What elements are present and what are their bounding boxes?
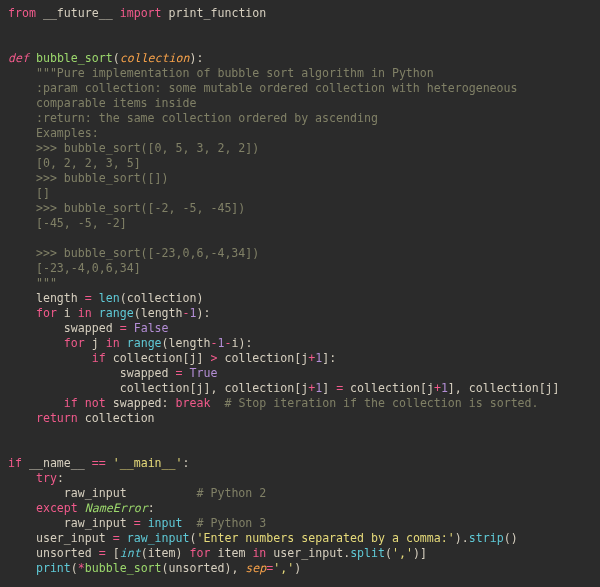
docstring-line: [0, 2, 2, 3, 5] xyxy=(8,156,141,170)
docstring-line: """Pure implementation of bubble sort al… xyxy=(8,66,434,80)
docstring-line: comparable items inside xyxy=(8,96,196,110)
docstring-line: >>> bubble_sort([0, 5, 3, 2, 2]) xyxy=(8,141,259,155)
line-37: unsorted = [int(item) for item in user_i… xyxy=(8,546,427,560)
docstring-line: :return: the same collection ordered by … xyxy=(8,111,378,125)
docstring-line: [-45, -5, -2] xyxy=(8,216,127,230)
docstring-line: >>> bubble_sort([-2, -5, -45]) xyxy=(8,201,245,215)
line-24: if collection[j] > collection[j+1]: xyxy=(8,351,336,365)
line-34: except NameError: xyxy=(8,501,155,515)
docstring-line: [] xyxy=(8,186,50,200)
line-20: length = len(collection) xyxy=(8,291,204,305)
docstring-line: """ xyxy=(8,276,57,290)
line-1: from __future__ import print_function xyxy=(8,6,266,20)
line-21: for i in range(length-1): xyxy=(8,306,211,320)
docstring-line: Examples: xyxy=(8,126,99,140)
line-28: return collection xyxy=(8,411,155,425)
line-22: swapped = False xyxy=(8,321,169,335)
line-27: if not swapped: break # Stop iteration i… xyxy=(8,396,539,410)
docstring-line: >>> bubble_sort([]) xyxy=(8,171,169,185)
line-36: user_input = raw_input('Enter numbers se… xyxy=(8,531,518,545)
line-38: print(*bubble_sort(unsorted), sep=',') xyxy=(8,561,301,575)
docstring-line: [-23,-4,0,6,34] xyxy=(8,261,141,275)
docstring-line: >>> bubble_sort([-23,0,6,-4,34]) xyxy=(8,246,259,260)
line-32: try: xyxy=(8,471,64,485)
line-23: for j in range(length-1-i): xyxy=(8,336,252,350)
line-33: raw_input # Python 2 xyxy=(8,486,266,500)
line-26: collection[j], collection[j+1] = collect… xyxy=(8,381,560,395)
line-31: if __name__ == '__main__': xyxy=(8,456,190,470)
line-35: raw_input = input # Python 3 xyxy=(8,516,266,530)
line-25: swapped = True xyxy=(8,366,217,380)
docstring-line: :param collection: some mutable ordered … xyxy=(8,81,518,95)
code-block: from __future__ import print_function de… xyxy=(0,0,600,582)
line-4: def bubble_sort(collection): xyxy=(8,51,203,65)
